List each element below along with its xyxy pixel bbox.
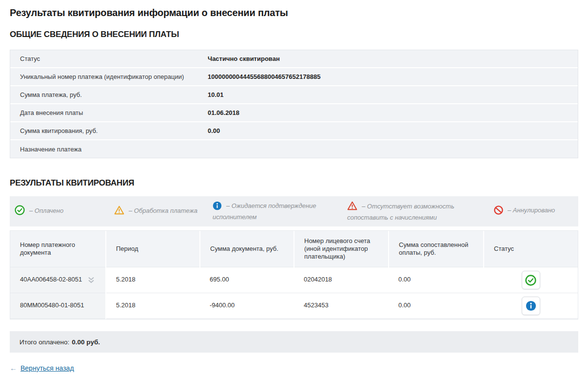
document-number: 80ММ005480-01-8051	[20, 301, 84, 309]
info-label: Статус	[10, 50, 208, 67]
total-label: Итого оплачено:	[20, 338, 69, 346]
back-row: ← Вернуться назад	[10, 364, 578, 372]
table-header-row: Номер платежного документа Период Сумма …	[10, 231, 578, 267]
status-legend: – Оплачено – Обработка платежа – Ожидает…	[10, 196, 578, 226]
col-header-status: Статус	[484, 231, 578, 267]
info-label: Сумма квитирования, руб.	[10, 122, 208, 139]
no-match-icon	[347, 201, 357, 213]
status-cell	[484, 267, 578, 293]
matched-amount-cell: 0.00	[389, 267, 484, 293]
legend-item-annulled: – Аннулировано	[494, 206, 573, 217]
col-header-matched-amount: Сумма сопоставленной оплаты, руб.	[389, 231, 484, 267]
info-value: 01.06.2018	[208, 104, 578, 121]
document-amount-cell: -9400.00	[200, 293, 294, 319]
info-label: Сумма платежа, руб.	[10, 86, 208, 103]
page-title: Результаты квитирования информации о вне…	[10, 6, 578, 19]
info-value: 10.01	[208, 86, 578, 103]
info-row-payment-purpose: Назначение платежа	[10, 140, 578, 158]
period-cell: 5.2018	[106, 267, 200, 293]
table-row: 40АА006458-02-8051 5.2018 695.00 0204201…	[10, 267, 578, 293]
table-row: 80ММ005480-01-8051 5.2018 -9400.00 45234…	[10, 293, 578, 319]
awaiting-confirmation-icon	[526, 300, 536, 311]
info-label: Уникальный номер платежа (идентификатор …	[10, 68, 208, 85]
results-table-wrap: Номер платежного документа Период Сумма …	[10, 230, 578, 319]
status-cell	[484, 293, 578, 319]
account-number-cell: 02042018	[294, 267, 389, 293]
legend-item-paid: – Оплачено	[15, 205, 114, 218]
document-number-cell: 80ММ005480-01-8051	[10, 293, 106, 319]
expand-row-button[interactable]	[87, 276, 96, 284]
processing-icon	[114, 205, 124, 218]
col-header-document-number: Номер платежного документа	[10, 231, 106, 267]
back-link[interactable]: Вернуться назад	[20, 364, 74, 372]
info-label: Назначение платежа	[10, 141, 208, 158]
period-cell: 5.2018	[106, 293, 200, 319]
document-number-cell: 40АА006458-02-8051	[10, 267, 106, 293]
document-amount-cell: 695.00	[200, 267, 294, 293]
double-chevron-down-icon	[87, 279, 96, 286]
info-row-payment-id: Уникальный номер платежа (идентификатор …	[10, 68, 578, 86]
results-table: Номер платежного документа Период Сумма …	[10, 231, 578, 319]
total-bar: Итого оплачено: 0.00 руб.	[10, 331, 578, 353]
legend-item-awaiting-confirmation: – Ожидается подтверждение исполнителем	[213, 201, 347, 222]
document-number: 40АА006458-02-8051	[20, 276, 82, 283]
general-info-heading: ОБЩИЕ СВЕДЕНИЯ О ВНЕСЕНИИ ПЛАТЫ	[10, 29, 578, 40]
legend-label: – Аннулировано	[508, 206, 555, 214]
info-value: Частично сквитирован	[208, 50, 578, 67]
info-row-payment-date: Дата внесения платы 01.06.2018	[10, 104, 578, 122]
legend-item-processing: – Обработка платежа	[114, 205, 213, 218]
info-value	[208, 144, 578, 154]
status-paid-button[interactable]	[522, 271, 540, 289]
col-header-account-number: Номер лицевого счета (иной идентификатор…	[294, 231, 389, 267]
col-header-period: Период	[106, 231, 200, 267]
annulled-icon	[494, 206, 503, 217]
status-awaiting-confirmation-button[interactable]	[522, 297, 540, 315]
total-value: 0.00 руб.	[72, 338, 100, 346]
info-row-payment-amount: Сумма платежа, руб. 10.01	[10, 86, 578, 104]
results-heading: РЕЗУЛЬТАТЫ КВИТИРОВАНИЯ	[10, 178, 578, 188]
matched-amount-cell: 0.00	[389, 293, 484, 319]
col-header-document-amount: Сумма документа, руб.	[200, 231, 294, 267]
legend-label: – Обработка платежа	[129, 207, 197, 214]
legend-label: – Ожидается подтверждение исполнителем	[213, 202, 316, 221]
legend-item-no-match: – Отсутствует возможность сопоставить с …	[347, 201, 494, 222]
legend-label: – Оплачено	[29, 207, 63, 214]
info-row-status: Статус Частично сквитирован	[10, 50, 578, 68]
legend-label: – Отсутствует возможность сопоставить с …	[347, 203, 454, 221]
info-label: Дата внесения платы	[10, 104, 208, 121]
reconciliation-results-page: Результаты квитирования информации о вне…	[0, 0, 588, 375]
back-arrow-icon: ←	[10, 364, 17, 372]
info-value: 0.00	[208, 122, 578, 139]
info-row-reconciled-amount: Сумма квитирования, руб. 0.00	[10, 122, 578, 140]
awaiting-confirmation-icon	[213, 201, 222, 213]
paid-icon	[15, 205, 25, 218]
paid-icon	[525, 275, 536, 286]
account-number-cell: 4523453	[294, 293, 389, 319]
info-value: 10000000044455688004657652178885	[208, 68, 578, 85]
general-info-table: Статус Частично сквитирован Уникальный н…	[10, 50, 578, 158]
